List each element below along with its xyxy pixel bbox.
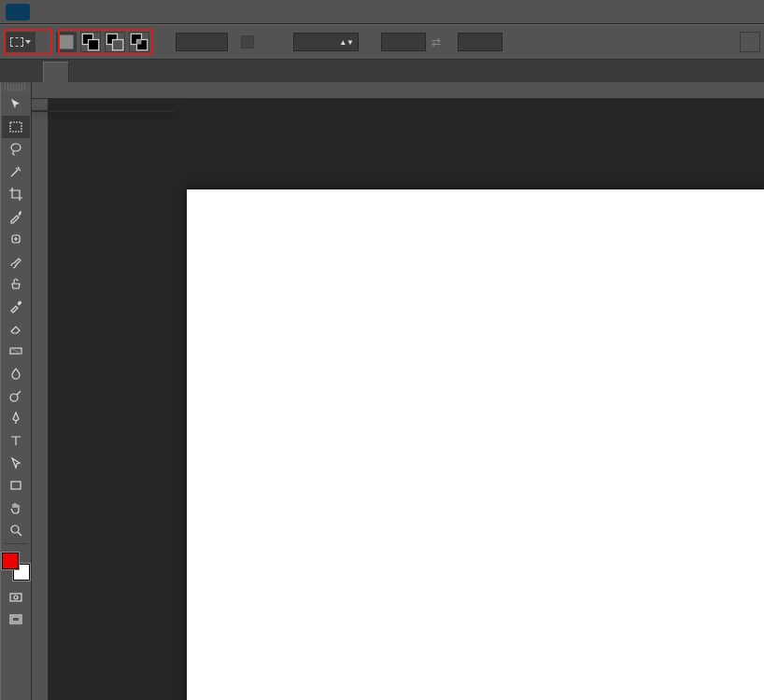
options-bar: ▲▼ ⇄	[0, 24, 764, 60]
selection-subtract-button[interactable]	[105, 32, 125, 52]
svg-rect-8	[10, 122, 21, 132]
new-selection-icon	[57, 33, 76, 51]
svg-rect-14	[11, 482, 21, 489]
document-tab-bar	[0, 60, 764, 82]
eyedropper-tool[interactable]	[2, 205, 30, 228]
quick-mask-tool[interactable]	[2, 586, 30, 609]
foreground-color-swatch[interactable]	[2, 553, 19, 569]
svg-point-17	[14, 595, 18, 599]
document-tab[interactable]	[43, 62, 69, 82]
ruler-vertical[interactable]	[32, 99, 49, 700]
selection-add-button[interactable]	[80, 32, 101, 52]
history-brush-tool[interactable]	[2, 295, 30, 317]
toolbox-grip[interactable]	[5, 84, 27, 91]
blur-tool[interactable]	[2, 362, 30, 385]
eraser-tool[interactable]	[2, 317, 30, 340]
height-input[interactable]	[458, 33, 502, 51]
magic-wand-tool[interactable]	[2, 161, 30, 183]
svg-point-13	[10, 394, 18, 401]
refine-edge-button[interactable]	[740, 32, 760, 52]
healing-brush-tool[interactable]	[2, 228, 30, 250]
ruler-horizontal[interactable]	[32, 82, 764, 99]
selection-new-button[interactable]	[56, 32, 77, 52]
width-input[interactable]	[381, 33, 426, 51]
tool-preset-button[interactable]	[6, 32, 35, 52]
toolbox-divider	[5, 543, 27, 547]
svg-rect-7	[137, 40, 142, 45]
selection-intersect-button[interactable]	[129, 32, 149, 52]
toolbox	[0, 82, 32, 700]
dodge-tool[interactable]	[2, 385, 30, 407]
rectangle-tool[interactable]	[2, 474, 30, 497]
chevron-updown-icon: ▲▼	[339, 38, 354, 47]
chevron-down-icon	[25, 40, 31, 44]
document-canvas[interactable]	[187, 189, 764, 700]
feather-input[interactable]	[176, 33, 228, 51]
app-logo	[6, 4, 30, 21]
intersect-selection-icon	[130, 33, 149, 51]
svg-rect-4	[113, 40, 123, 50]
path-selection-tool[interactable]	[2, 452, 30, 474]
clone-stamp-tool[interactable]	[2, 273, 30, 295]
type-tool[interactable]	[2, 429, 30, 452]
svg-rect-19	[12, 617, 20, 622]
marquee-flyout-menu	[32, 110, 174, 112]
marquee-icon	[10, 37, 23, 47]
pen-tool[interactable]	[2, 407, 30, 429]
svg-point-9	[11, 144, 21, 151]
antialias-checkbox[interactable]	[241, 35, 254, 49]
color-swatches[interactable]	[2, 553, 30, 581]
swap-icon[interactable]: ⇄	[432, 35, 441, 49]
style-select[interactable]: ▲▼	[293, 33, 359, 51]
svg-rect-0	[60, 35, 74, 49]
svg-point-15	[11, 525, 19, 533]
subtract-selection-icon	[106, 33, 124, 51]
screen-mode-tool[interactable]	[2, 609, 30, 631]
menu-bar	[0, 0, 764, 24]
svg-rect-2	[89, 40, 99, 50]
workspace	[0, 82, 764, 700]
gradient-tool[interactable]	[2, 340, 30, 362]
brush-tool[interactable]	[2, 250, 30, 273]
marquee-tool[interactable]	[2, 116, 30, 138]
hand-tool[interactable]	[2, 497, 30, 519]
move-tool[interactable]	[2, 93, 30, 116]
canvas-area	[49, 99, 764, 700]
lasso-tool[interactable]	[2, 138, 30, 161]
add-selection-icon	[81, 33, 100, 51]
crop-tool[interactable]	[2, 183, 30, 205]
zoom-tool[interactable]	[2, 519, 30, 541]
